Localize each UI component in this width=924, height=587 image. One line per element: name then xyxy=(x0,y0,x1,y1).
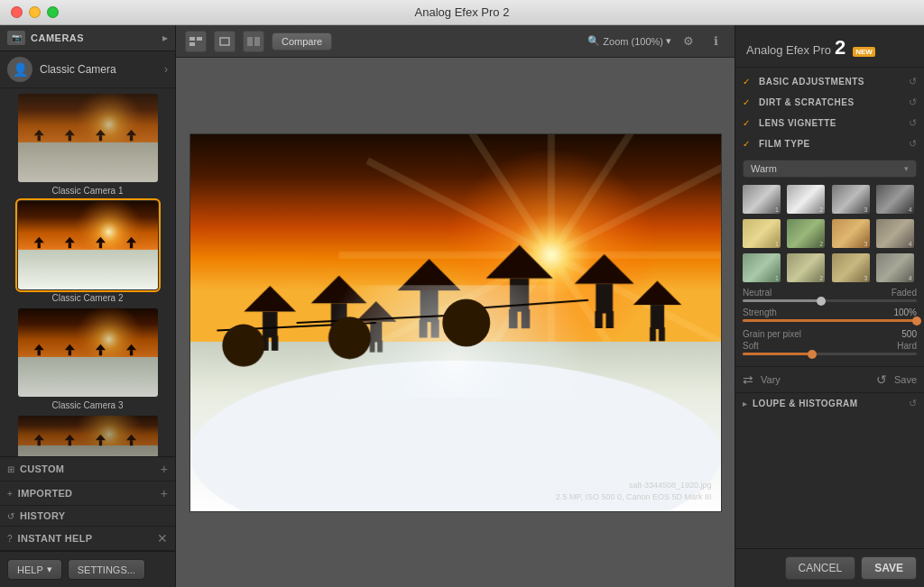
cameras-arrow-icon: ▸ xyxy=(162,32,168,44)
cancel-save-row: CANCEL SAVE xyxy=(735,548,924,587)
sidebar-item-history[interactable]: ↺ HISTORY xyxy=(0,506,175,527)
film-swatch-9[interactable]: 1 xyxy=(743,253,781,282)
panel-sections: ✓ BASIC ADJUSTMENTS ↺ ✓ DIRT & SCRATCHES… xyxy=(735,68,924,548)
classic-camera-arrow-icon: › xyxy=(164,63,168,76)
section-dirt-scratches[interactable]: ✓ DIRT & SCRATCHES ↺ xyxy=(735,92,924,113)
instant-help-icon: ? xyxy=(7,534,13,544)
custom-label: CUSTOM xyxy=(20,463,155,474)
help-dropdown-icon: ▾ xyxy=(47,564,52,575)
section-film-type[interactable]: ✓ FILM TYPE ↺ xyxy=(735,133,924,154)
minimize-button[interactable] xyxy=(29,6,41,18)
imported-icon: + xyxy=(7,489,13,499)
film-swatches-row3: 1 2 3 4 xyxy=(743,253,917,282)
classic-camera-row[interactable]: 👤 Classic Camera › xyxy=(0,51,175,88)
cancel-button[interactable]: CANCEL xyxy=(785,556,856,580)
cameras-header[interactable]: 📷 CAMERAS ▸ xyxy=(0,25,175,51)
view-mode-button[interactable] xyxy=(185,31,207,52)
compare-button[interactable]: Compare xyxy=(272,32,332,50)
left-panel: 📷 CAMERAS ▸ 👤 Classic Camera › Classic C… xyxy=(0,25,176,587)
split-view-button[interactable] xyxy=(243,31,264,52)
close-button[interactable] xyxy=(11,6,23,18)
film-swatch-5[interactable]: 1 xyxy=(743,219,781,248)
sidebar-item-imported[interactable]: + IMPORTED + xyxy=(0,482,175,506)
film-swatch-4[interactable]: 4 xyxy=(876,185,914,214)
film-swatch-11[interactable]: 3 xyxy=(832,253,870,282)
sidebar-item-custom[interactable]: ⊞ CUSTOM + xyxy=(0,457,175,482)
soft-label: Soft xyxy=(743,341,759,351)
settings-icon-button[interactable]: ⚙ xyxy=(679,32,698,51)
compare-label: Compare xyxy=(282,36,322,47)
vary-label[interactable]: Vary xyxy=(761,374,781,385)
app-title: Analog Efex Pro 2 xyxy=(415,5,510,19)
settings-label: SETTINGS... xyxy=(78,564,135,575)
film-swatch-12[interactable]: 4 xyxy=(876,253,914,282)
bottom-buttons: HELP ▾ SETTINGS... xyxy=(0,551,175,587)
brand-label: Analog Efex Pro xyxy=(746,43,831,57)
thumbnail-1-image xyxy=(18,94,158,182)
lens-vignette-reset-icon: ↺ xyxy=(909,117,917,129)
svg-rect-5 xyxy=(254,37,260,46)
film-swatch-3[interactable]: 3 xyxy=(832,185,870,214)
zoom-chevron-icon: ▾ xyxy=(666,35,671,47)
strength-row: Strength 100% xyxy=(743,307,917,317)
svg-rect-0 xyxy=(189,37,195,41)
section-basic-adjustments[interactable]: ✓ BASIC ADJUSTMENTS ↺ xyxy=(735,71,924,92)
zoom-control[interactable]: 🔍 Zoom (100%) ▾ xyxy=(587,35,671,47)
list-item[interactable]: Classic Camera 3 xyxy=(5,308,170,410)
grain-row: Grain per pixel 500 xyxy=(743,329,917,339)
loupe-section[interactable]: ▸ LOUPE & HISTOGRAM ↺ xyxy=(735,393,924,414)
list-item[interactable] xyxy=(5,416,170,456)
basic-adjustments-check-icon: ✓ xyxy=(743,77,753,87)
instant-help-close-icon: ✕ xyxy=(157,531,168,546)
lens-vignette-label: LENS VIGNETTE xyxy=(759,118,903,128)
thumbnail-3-image xyxy=(18,308,158,397)
strength-value: 100% xyxy=(893,307,917,317)
warm-dropdown[interactable]: Warm ▾ xyxy=(743,160,917,178)
list-item[interactable]: Classic Camera 2 xyxy=(5,201,170,303)
title-bar: Analog Efex Pro 2 xyxy=(0,0,924,25)
history-label: HISTORY xyxy=(20,510,168,521)
help-label: HELP xyxy=(17,564,43,575)
film-swatch-1[interactable]: 1 xyxy=(743,185,781,214)
main-image: salt-3344508_1920.jpg 2.5 MP, ISO 500 0,… xyxy=(189,133,722,512)
cameras-label: CAMERAS xyxy=(31,32,157,43)
save-button[interactable]: SAVE xyxy=(861,556,917,580)
settings-button[interactable]: SETTINGS... xyxy=(68,559,145,580)
new-badge: NEW xyxy=(853,47,875,57)
film-type-label: FILM TYPE xyxy=(759,139,903,149)
svg-rect-3 xyxy=(220,38,229,45)
custom-plus-icon: + xyxy=(161,462,168,476)
grain-value: 500 xyxy=(901,329,917,339)
single-view-button[interactable] xyxy=(214,31,236,52)
film-swatch-8[interactable]: 4 xyxy=(876,219,914,248)
help-button[interactable]: HELP ▾ xyxy=(7,559,62,580)
save-undo-icon: ↺ xyxy=(876,372,887,387)
camera-avatar-icon: 👤 xyxy=(7,57,32,82)
right-panel-header: Analog Efex Pro 2 NEW xyxy=(735,25,924,68)
dirt-scratches-check-icon: ✓ xyxy=(743,97,753,107)
soft-hard-track[interactable] xyxy=(743,353,917,355)
image-filename: salt-3344508_1920.jpg xyxy=(556,480,711,492)
neutral-faded-track[interactable] xyxy=(743,299,917,302)
film-swatch-2[interactable]: 2 xyxy=(787,185,825,214)
instant-help-label: INSTANT HELP xyxy=(18,533,152,544)
sidebar-item-instant-help[interactable]: ? INSTANT HELP ✕ xyxy=(0,527,175,551)
thumbnail-2-image xyxy=(18,201,158,289)
neutral-faded-slider-row: Neutral Faded xyxy=(743,288,917,302)
film-swatch-6[interactable]: 2 xyxy=(787,219,825,248)
film-swatch-7[interactable]: 3 xyxy=(832,219,870,248)
section-lens-vignette[interactable]: ✓ LENS VIGNETTE ↺ xyxy=(735,113,924,133)
thumbnails-list: Classic Camera 1 Classic Camera 2 Classi… xyxy=(0,88,175,456)
basic-adjustments-reset-icon: ↺ xyxy=(909,76,917,87)
thumbnail-4-image xyxy=(18,416,158,456)
list-item[interactable]: Classic Camera 1 xyxy=(5,94,170,196)
film-swatch-10[interactable]: 2 xyxy=(787,253,825,282)
maximize-button[interactable] xyxy=(47,6,59,18)
loupe-chevron-icon: ▸ xyxy=(743,399,747,408)
cancel-label: CANCEL xyxy=(799,562,843,574)
film-swatches-row2: 1 2 3 4 xyxy=(743,219,917,248)
history-icon: ↺ xyxy=(7,511,14,521)
save-label[interactable]: Save xyxy=(894,374,917,385)
info-icon-button[interactable]: ℹ xyxy=(706,32,725,51)
strength-track[interactable] xyxy=(743,319,917,322)
